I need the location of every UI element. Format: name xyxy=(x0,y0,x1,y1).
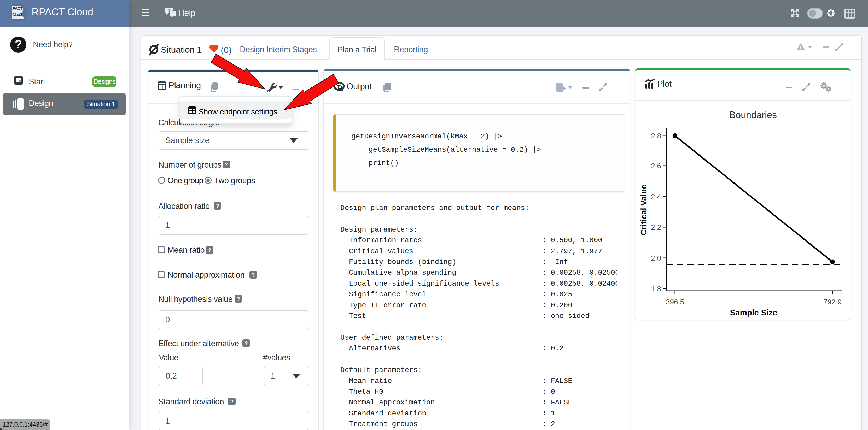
svg-text:Cloud: Cloud xyxy=(12,12,22,17)
svg-text:396.5: 396.5 xyxy=(666,298,684,306)
svg-text:?: ? xyxy=(14,37,22,51)
svg-text:2.8: 2.8 xyxy=(651,132,661,140)
svg-text:R: R xyxy=(337,83,343,92)
svg-text:2.0: 2.0 xyxy=(651,254,661,262)
svg-text:PACT: PACT xyxy=(12,6,23,10)
svg-text:792.9: 792.9 xyxy=(823,298,842,306)
svg-text:Sample Size: Sample Size xyxy=(730,308,777,317)
svg-text:2.2: 2.2 xyxy=(651,223,661,231)
svg-text:Boundaries: Boundaries xyxy=(729,110,777,120)
svg-text:Critical Value: Critical Value xyxy=(639,185,648,235)
svg-text:1.8: 1.8 xyxy=(651,285,661,293)
svg-text:2.4: 2.4 xyxy=(651,193,661,201)
svg-text:2.6: 2.6 xyxy=(651,162,661,170)
